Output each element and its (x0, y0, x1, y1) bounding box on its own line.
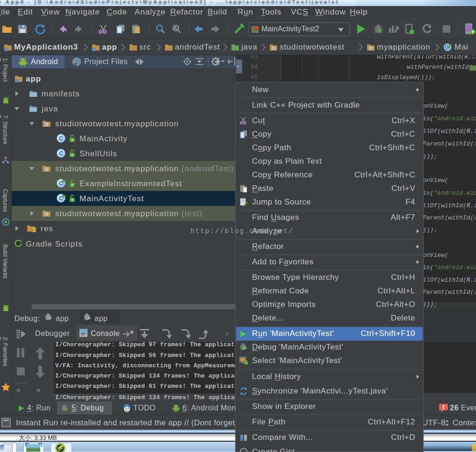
svg-text:A: A (174, 26, 177, 31)
svg-text:C: C (59, 150, 64, 157)
svg-text:C: C (59, 135, 64, 142)
